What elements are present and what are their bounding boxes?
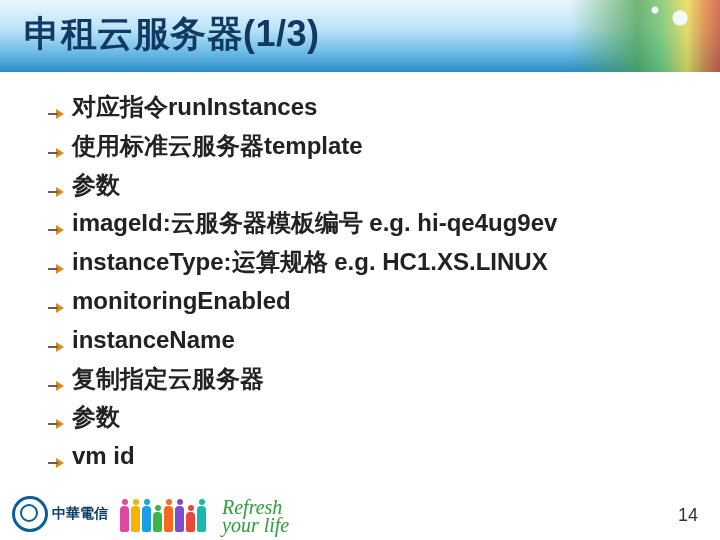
bullet-icon (48, 456, 66, 470)
svg-rect-20 (48, 346, 58, 348)
item-text: imageId:云服务器模板编号 e.g. hi-qe4ug9ev (72, 206, 557, 241)
svg-rect-17 (48, 307, 58, 309)
list-item: 参数 (48, 400, 692, 435)
bullet-icon (48, 301, 66, 315)
logo-mark-icon (12, 496, 48, 532)
list-item: instanceType:运算规格 e.g. HC1.XS.LINUX (48, 245, 692, 280)
slogan: Refresh your life (222, 498, 289, 534)
company-name: 中華電信 (52, 505, 108, 523)
list-item: 使用标准云服务器template (48, 129, 692, 164)
svg-rect-23 (48, 385, 58, 387)
list-item: 对应指令runInstances (48, 90, 692, 125)
item-text: 参数 (72, 168, 120, 203)
bullet-icon (48, 340, 66, 354)
bullet-icon (48, 417, 66, 431)
list-item: instanceName (48, 323, 692, 358)
bullet-icon (48, 107, 66, 121)
item-text: 使用标准云服务器template (72, 129, 363, 164)
item-text: 复制指定云服务器 (72, 362, 264, 397)
svg-rect-2 (48, 113, 58, 115)
svg-rect-5 (48, 152, 58, 154)
bullet-icon (48, 185, 66, 199)
item-text: 对应指令runInstances (72, 90, 317, 125)
svg-rect-14 (48, 268, 58, 270)
slide-title: 申租云服务器(1/3) (24, 10, 320, 59)
bullet-icon (48, 223, 66, 237)
people-graphic-icon (120, 506, 206, 532)
slide-body: 对应指令runInstances 使用标准云服务器template 参数 ima… (0, 72, 720, 474)
slogan-line2: your life (222, 516, 289, 534)
item-text: monitoringEnabled (72, 284, 291, 319)
bullet-icon (48, 379, 66, 393)
list-item: 复制指定云服务器 (48, 362, 692, 397)
item-text: vm id (72, 439, 135, 474)
slide-header: 申租云服务器(1/3) (0, 0, 720, 72)
company-logo: 中華電信 (12, 496, 108, 532)
svg-rect-11 (48, 229, 58, 231)
bullet-icon (48, 146, 66, 160)
svg-rect-29 (48, 462, 58, 464)
list-item: imageId:云服务器模板编号 e.g. hi-qe4ug9ev (48, 206, 692, 241)
list-item: monitoringEnabled (48, 284, 692, 319)
list-item: vm id (48, 439, 692, 474)
svg-rect-8 (48, 191, 58, 193)
slide-footer: 中華電信 Refresh your life 14 (0, 486, 720, 540)
bullet-icon (48, 262, 66, 276)
item-text: 参数 (72, 400, 120, 435)
item-text: instanceName (72, 323, 235, 358)
svg-rect-26 (48, 423, 58, 425)
list-item: 参数 (48, 168, 692, 203)
page-number: 14 (678, 505, 698, 526)
item-text: instanceType:运算规格 e.g. HC1.XS.LINUX (72, 245, 548, 280)
